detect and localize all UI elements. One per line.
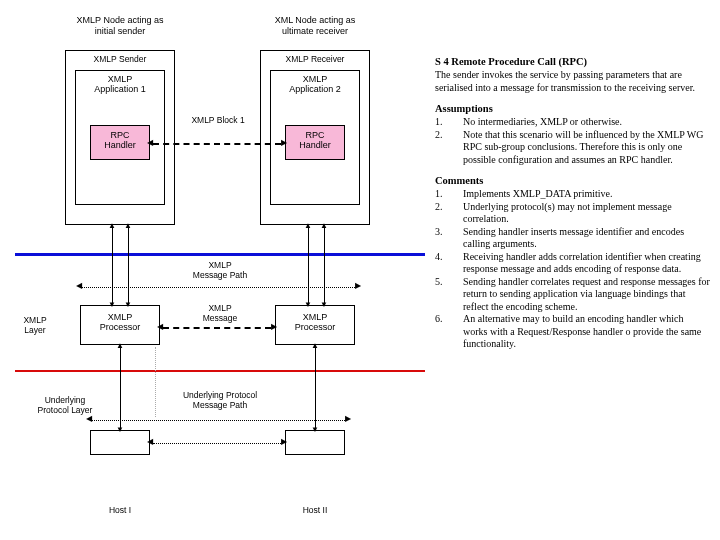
connector-rpc bbox=[153, 143, 281, 145]
connector-msg-path bbox=[82, 287, 355, 288]
connector-underlying-path bbox=[92, 420, 345, 421]
label-sender: XMLP Sender bbox=[66, 51, 174, 64]
label-host2: Host II bbox=[295, 505, 335, 515]
label-xmlp-layer: XMLP Layer bbox=[15, 315, 55, 335]
assumptions-list: 1.No intermediaries, XMLP or otherwise.2… bbox=[435, 116, 710, 166]
connector-recv-proc bbox=[308, 227, 309, 303]
comments-list: 1.Implements XMLP_DATA primitive.2.Under… bbox=[435, 188, 710, 351]
label-node-receiver: XML Node acting as ultimate receiver bbox=[265, 15, 365, 37]
list-item: 5.Sending handler correlates request and… bbox=[435, 276, 710, 314]
box-processor-2: XMLP Processor bbox=[275, 305, 355, 345]
connector-underlying bbox=[153, 443, 281, 444]
box-rpc-handler-2: RPC Handler bbox=[285, 125, 345, 160]
list-item: 4.Receiving handler adds correlation ide… bbox=[435, 251, 710, 276]
connector-sender-proc-2 bbox=[128, 227, 129, 303]
divider-red bbox=[15, 370, 425, 372]
divider-blue bbox=[15, 253, 425, 256]
connector-processors bbox=[163, 327, 271, 329]
list-item: 2.Note that this scenario will be influe… bbox=[435, 129, 710, 167]
box-processor-1: XMLP Processor bbox=[80, 305, 160, 345]
list-item: 3.Sending handler inserts message identi… bbox=[435, 226, 710, 251]
connector-proc-ul-1 bbox=[120, 347, 121, 428]
box-rpc-handler-1: RPC Handler bbox=[90, 125, 150, 160]
title: S 4 Remote Procedure Call (RPC) bbox=[435, 55, 710, 68]
list-item: 2.Underlying protocol(s) may not impleme… bbox=[435, 201, 710, 226]
connector-proc-ul-2 bbox=[315, 347, 316, 428]
label-underlying-path: Underlying Protocol Message Path bbox=[175, 390, 265, 410]
gray-guide bbox=[155, 347, 156, 417]
list-item: 1.No intermediaries, XMLP or otherwise. bbox=[435, 116, 710, 129]
architecture-diagram: XMLP Node acting as initial sender XML N… bbox=[15, 15, 425, 525]
label-host1: Host I bbox=[100, 505, 140, 515]
connector-recv-proc-2 bbox=[324, 227, 325, 303]
connector-sender-proc bbox=[112, 227, 113, 303]
label-msg-path: XMLP Message Path bbox=[190, 260, 250, 280]
comments-heading: Comments bbox=[435, 174, 710, 187]
list-item: 1.Implements XMLP_DATA primitive. bbox=[435, 188, 710, 201]
label-block1: XMLP Block 1 bbox=[183, 115, 253, 125]
description-panel: S 4 Remote Procedure Call (RPC) The send… bbox=[435, 55, 710, 351]
list-item: 6.An alternative may to build an encodin… bbox=[435, 313, 710, 351]
label-underlying: Underlying Protocol Layer bbox=[30, 395, 100, 415]
assumptions-heading: Assumptions bbox=[435, 102, 710, 115]
label-msg: XMLP Message bbox=[195, 303, 245, 323]
label-receiver: XMLP Receiver bbox=[261, 51, 369, 64]
intro-text: The sender invokes the service by passin… bbox=[435, 69, 710, 94]
label-node-sender: XMLP Node acting as initial sender bbox=[70, 15, 170, 37]
